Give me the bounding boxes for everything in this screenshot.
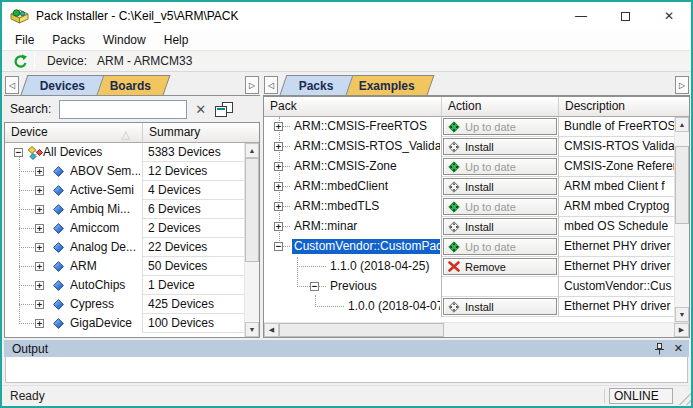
right-tabs-prev-icon[interactable]: ◁ [264, 76, 278, 94]
pack-table-row[interactable]: + ARM::mbedClient Install ARM mbed Clien… [264, 177, 689, 197]
menu-help[interactable]: Help [155, 30, 198, 50]
column-header-pack[interactable]: Pack [264, 97, 442, 117]
tree-expander[interactable]: − [274, 242, 283, 251]
pack-table-row[interactable]: − Previous CustomVendor::Cus [264, 277, 689, 297]
tree-expander[interactable]: + [35, 205, 44, 214]
vendor-icon [53, 223, 64, 234]
tree-expander[interactable]: − [14, 148, 23, 157]
tree-expander[interactable]: + [35, 319, 44, 328]
action-button[interactable]: Remove [443, 258, 557, 275]
tab-examples[interactable]: Examples [339, 75, 434, 95]
tree-expander[interactable]: + [35, 300, 44, 309]
right-tabs-next-icon[interactable]: ▷ [675, 76, 689, 94]
pack-name: 1.0.0 (2018-04-07) [346, 299, 440, 314]
tree-expander[interactable]: + [274, 222, 283, 231]
scroll-up-icon[interactable]: ▲ [675, 117, 689, 132]
device-tree-row[interactable]: − All Devices 5383 Devices [5, 143, 259, 162]
action-label: Install [465, 141, 494, 153]
maximize-button[interactable] [603, 2, 647, 30]
pack-cell: + ARM::CMSIS-Zone [264, 157, 442, 177]
device-tree-row[interactable]: + Cypress 425 Devices [5, 295, 259, 314]
pack-table-row[interactable]: + ARM::minar Install mbed OS Schedule [264, 217, 689, 237]
column-header-description[interactable]: Description [559, 97, 689, 117]
scrollbar-thumb[interactable] [279, 323, 444, 337]
tree-expander[interactable]: + [35, 224, 44, 233]
pack-table-row[interactable]: + ARM::CMSIS-FreeRTOS Up to date Bundle … [264, 117, 689, 137]
action-button[interactable]: Up to date [443, 158, 557, 175]
close-button[interactable]: ✕ [647, 2, 691, 30]
tree-expander[interactable]: + [274, 182, 283, 191]
action-button[interactable]: Install [443, 178, 557, 195]
device-summary: 1 Device [143, 276, 259, 295]
device-tree-row[interactable]: + ABOV Sem... 12 Devices [5, 162, 259, 181]
refresh-button[interactable] [8, 52, 30, 70]
tree-expander[interactable]: + [274, 142, 283, 151]
search-input[interactable] [60, 101, 221, 118]
tree-expander[interactable]: + [35, 262, 44, 271]
column-header-device[interactable]: Device △ [5, 123, 143, 143]
tree-expander[interactable]: + [35, 167, 44, 176]
pack-table-row[interactable]: + ARM::mbedTLS Up to date ARM mbed Crypt… [264, 197, 689, 217]
tree-expander[interactable]: + [35, 243, 44, 252]
tree-expander[interactable]: + [35, 186, 44, 195]
column-header-action[interactable]: Action [442, 97, 559, 117]
device-tree-row[interactable]: + ARM 50 Devices [5, 257, 259, 276]
pack-table-row[interactable]: 1.0.0 (2018-04-07) Install Ethernet PHY … [264, 297, 689, 317]
pack-description: Ethernet PHY driver [559, 237, 689, 257]
action-button[interactable]: Install [443, 298, 557, 315]
device-tree-row[interactable]: + Amiccom 2 Devices [5, 219, 259, 238]
tree-expander[interactable]: − [310, 282, 319, 291]
column-header-summary[interactable]: Summary [143, 123, 259, 143]
tree-expander[interactable]: + [274, 202, 283, 211]
device-table-vscrollbar[interactable]: ▲ ▼ [244, 143, 259, 337]
device-cell: + Active-Semi [5, 181, 143, 200]
resize-grip-icon[interactable] [675, 387, 691, 405]
scrollbar-track[interactable] [675, 132, 689, 146]
scroll-right-icon[interactable]: ▶ [674, 323, 689, 337]
tree-expander[interactable]: + [274, 122, 283, 131]
scroll-down-icon[interactable]: ▼ [675, 307, 689, 322]
device-table-header: Device △ Summary [5, 123, 259, 143]
status-message: Ready [2, 389, 45, 403]
action-button[interactable]: Up to date [443, 198, 557, 215]
tab-packs[interactable]: Packs [280, 75, 354, 95]
scroll-up-icon[interactable]: ▲ [245, 143, 259, 158]
pack-table-row[interactable]: − CustomVendor::CustomPack Up to date Et… [264, 237, 689, 257]
tree-expander[interactable]: + [274, 162, 283, 171]
tree-expander[interactable]: + [35, 281, 44, 290]
scrollbar-thumb[interactable] [245, 158, 259, 262]
output-close-icon[interactable]: ✕ [674, 343, 683, 354]
device-tree-row[interactable]: + AutoChips 1 Device [5, 276, 259, 295]
scrollbar-track[interactable] [675, 224, 689, 307]
device-tree-row[interactable]: + Ambiq Mi... 6 Devices [5, 200, 259, 219]
pack-table-row[interactable]: + ARM::CMSIS-RTOS_Validation Install CMS… [264, 137, 689, 157]
collapse-windows-icon[interactable] [215, 102, 233, 117]
tree-dash [315, 306, 344, 307]
device-tree-row[interactable]: + Analog De... 22 Devices [5, 238, 259, 257]
action-button[interactable]: Install [443, 138, 557, 155]
menu-file[interactable]: File [6, 30, 43, 50]
pack-table-row[interactable]: + ARM::CMSIS-Zone Up to date CMSIS-Zone … [264, 157, 689, 177]
menu-window[interactable]: Window [94, 30, 155, 50]
menu-packs[interactable]: Packs [43, 30, 94, 50]
device-tree-row[interactable]: + Active-Semi 4 Devices [5, 181, 259, 200]
tab-devices[interactable]: Devices [21, 75, 105, 95]
pack-table-vscrollbar[interactable]: ▲ ▼ [674, 117, 689, 322]
action-button[interactable]: Up to date [443, 238, 557, 255]
minimize-button[interactable]: — [559, 2, 603, 30]
search-combobox[interactable]: ▼ [59, 100, 187, 119]
left-tabs-next-icon[interactable]: ▷ [245, 76, 259, 94]
action-button[interactable]: Install [443, 218, 557, 235]
scrollbar-track[interactable] [245, 262, 259, 322]
toolbar: Device: ARM - ARMCM33 [2, 50, 691, 72]
pack-table-hscrollbar[interactable]: ◀ ▶ [264, 322, 689, 337]
scrollbar-thumb[interactable] [675, 146, 689, 224]
scroll-down-icon[interactable]: ▼ [245, 322, 259, 337]
scroll-left-icon[interactable]: ◀ [264, 323, 279, 337]
pin-icon[interactable] [654, 343, 665, 355]
action-button[interactable]: Up to date [443, 118, 557, 135]
device-tree-row[interactable]: + GigaDevice 100 Devices [5, 314, 259, 333]
scrollbar-track[interactable] [444, 323, 674, 337]
left-tabs-prev-icon[interactable]: ◁ [5, 76, 19, 94]
pack-table-row[interactable]: 1.1.0 (2018-04-25) Remove Ethernet PHY d… [264, 257, 689, 277]
